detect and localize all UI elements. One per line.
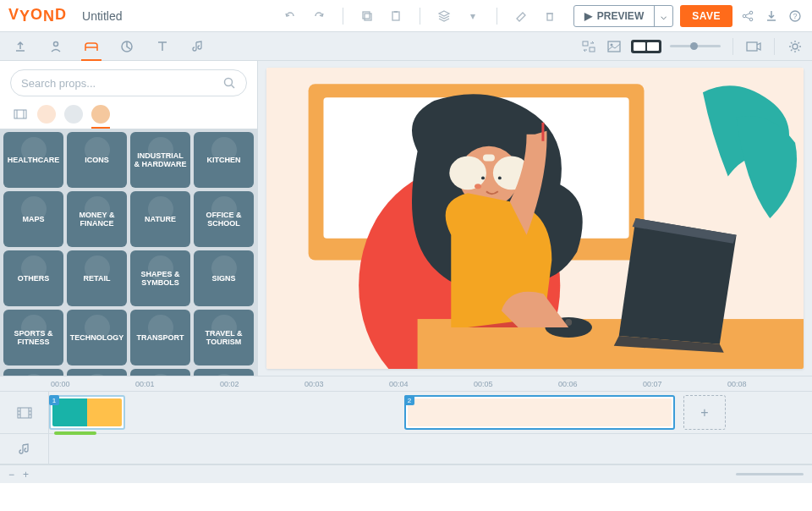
prop-category[interactable]: RETAIL <box>67 250 127 306</box>
prop-category[interactable]: OFFICE & SCHOOL <box>194 191 254 247</box>
audio-tab-icon[interactable] <box>186 35 210 58</box>
film-track-icon[interactable] <box>0 392 49 433</box>
svg-point-8 <box>749 18 753 21</box>
ruler-tick: 00:01 <box>135 376 220 391</box>
save-button[interactable]: SAVE <box>680 5 732 27</box>
prop-category[interactable] <box>130 369 190 376</box>
prop-category[interactable] <box>67 369 127 376</box>
upload-tab-icon[interactable] <box>8 35 32 58</box>
svg-rect-41 <box>18 408 31 418</box>
help-icon[interactable]: ? <box>787 8 804 25</box>
svg-rect-19 <box>747 42 757 51</box>
trash-icon[interactable] <box>541 8 558 25</box>
prop-category[interactable]: OTHERS <box>3 250 63 306</box>
project-title[interactable]: Untitled <box>82 9 122 23</box>
preview-caret-icon[interactable]: ⌵ <box>654 6 672 26</box>
stage[interactable] <box>266 68 804 369</box>
svg-line-22 <box>232 85 235 89</box>
add-scene-button[interactable]: + <box>683 395 726 430</box>
search-icon <box>222 76 236 90</box>
svg-rect-4 <box>547 14 552 20</box>
prop-category[interactable] <box>3 369 63 376</box>
svg-rect-17 <box>608 41 620 52</box>
prop-category[interactable]: TECHNOLOGY <box>67 310 127 365</box>
zoom-out-button[interactable]: − <box>8 469 14 481</box>
prop-category[interactable]: MONEY & FINANCE <box>67 191 127 247</box>
audio-track-icon[interactable] <box>0 434 49 464</box>
audio-track <box>0 434 812 464</box>
prop-category[interactable]: SHAPES & SYMBOLS <box>130 250 190 306</box>
timeline-clip[interactable]: 1 <box>49 395 125 430</box>
workspace: HEALTHCAREICONSINDUSTRIAL & HARDWAREKITC… <box>0 61 812 376</box>
audio-track-body[interactable] <box>49 434 812 464</box>
svg-point-36 <box>498 176 502 179</box>
svg-line-10 <box>746 17 750 19</box>
svg-point-32 <box>449 157 486 190</box>
search-input[interactable] <box>10 69 247 96</box>
camera-icon[interactable] <box>745 38 762 55</box>
svg-rect-34 <box>483 155 495 162</box>
prop-category[interactable]: SPORTS & FITNESS <box>3 310 63 365</box>
tool-toolbar <box>0 32 812 61</box>
ruler-tick: 00:04 <box>389 376 474 391</box>
share-icon[interactable] <box>739 8 756 25</box>
svg-point-13 <box>54 41 58 46</box>
timeline-clip[interactable]: 2 <box>404 395 675 430</box>
download-icon[interactable] <box>763 8 780 25</box>
video-track: 12+ <box>0 392 812 434</box>
svg-rect-3 <box>394 11 398 13</box>
layers-icon[interactable] <box>436 8 453 25</box>
svg-rect-1 <box>365 14 371 20</box>
svg-point-21 <box>225 79 233 86</box>
film-icon[interactable] <box>12 106 29 123</box>
copy-icon[interactable] <box>359 8 376 25</box>
prop-category[interactable]: MAPS <box>3 191 63 247</box>
prop-category[interactable]: TRANSPORT <box>130 310 190 365</box>
zoom-in-button[interactable]: + <box>23 469 29 481</box>
prop-category[interactable]: NATURE <box>130 191 190 247</box>
style-filter-3[interactable] <box>91 105 110 124</box>
undo-icon[interactable] <box>282 8 299 25</box>
style-filter-tabs <box>0 102 257 129</box>
prop-category[interactable]: TRAVEL & TOURISM <box>194 310 254 365</box>
style-filter-1[interactable] <box>37 105 56 124</box>
settings-icon[interactable] <box>787 38 804 55</box>
logo: VYOND <box>8 7 67 25</box>
text-tab-icon[interactable] <box>151 35 174 58</box>
video-track-body[interactable]: 12+ <box>49 392 812 433</box>
svg-rect-16 <box>590 47 595 52</box>
timeline-zoom-slider[interactable] <box>736 473 804 475</box>
prop-category[interactable]: KITCHEN <box>194 132 254 188</box>
chevron-down-icon[interactable]: ▾ <box>464 8 481 25</box>
svg-point-6 <box>743 14 746 18</box>
prop-category[interactable]: ICONS <box>67 132 127 188</box>
aspect-toggle[interactable] <box>631 40 661 53</box>
preview-button[interactable]: ▶PREVIEW ⌵ <box>573 5 673 27</box>
prop-category[interactable]: SIGNS <box>194 250 254 306</box>
svg-rect-38 <box>541 123 544 141</box>
eraser-icon[interactable] <box>513 8 529 25</box>
svg-line-9 <box>746 13 750 14</box>
zoom-slider[interactable] <box>670 45 721 47</box>
prop-category[interactable]: INDUSTRIAL & HARDWARE <box>130 132 190 188</box>
character-tab-icon[interactable] <box>44 35 68 58</box>
chart-tab-icon[interactable] <box>115 35 139 58</box>
props-panel: HEALTHCAREICONSINDUSTRIAL & HARDWAREKITC… <box>0 61 258 376</box>
svg-rect-15 <box>583 41 588 46</box>
timeline-controls: − + <box>0 464 812 483</box>
time-ruler[interactable]: 00:0000:0100:0200:0300:0400:0500:0600:07… <box>0 376 812 392</box>
svg-rect-23 <box>14 110 26 118</box>
svg-text:?: ? <box>793 12 797 20</box>
prop-category[interactable]: HEALTHCARE <box>3 132 63 188</box>
svg-point-35 <box>481 176 485 179</box>
prop-category[interactable] <box>194 369 254 376</box>
image-icon[interactable] <box>606 38 623 55</box>
redo-icon[interactable] <box>310 8 327 25</box>
props-tab-icon[interactable] <box>80 35 103 58</box>
ruler-tick: 00:00 <box>51 376 135 391</box>
ruler-tick: 00:07 <box>643 376 727 391</box>
ruler-tick: 00:08 <box>727 376 812 391</box>
replace-icon[interactable] <box>580 38 597 55</box>
style-filter-2[interactable] <box>64 105 83 124</box>
paste-icon[interactable] <box>387 8 404 25</box>
